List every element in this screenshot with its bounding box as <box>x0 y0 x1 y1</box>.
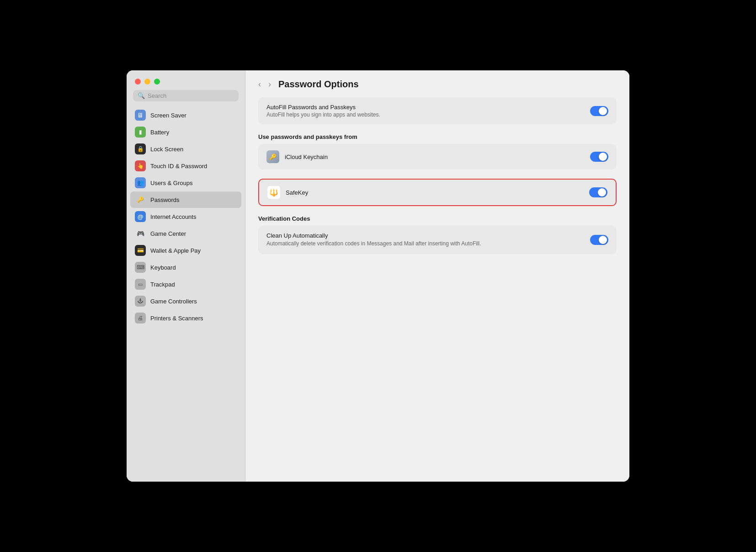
main-header: ‹ › Password Options <box>245 70 629 97</box>
safekey-card: 🔱 SafeKey <box>258 179 617 206</box>
autofill-toggle[interactable] <box>590 106 608 116</box>
game-center-icon: 🎮 <box>135 228 146 239</box>
sidebar-item-internet-accounts[interactable]: @ Internet Accounts <box>130 208 241 225</box>
trackpad-icon: ▭ <box>135 279 146 290</box>
settings-window: 🔍 Search 🖥 Screen Saver ▮ Battery 🔒 Lock… <box>127 70 629 482</box>
trackpad-label: Trackpad <box>150 281 175 288</box>
sidebar-item-screen-saver[interactable]: 🖥 Screen Saver <box>130 107 241 123</box>
main-content: AutoFill Passwords and Passkeys AutoFill… <box>245 97 629 482</box>
sources-heading: Use passwords and passkeys from <box>258 133 617 140</box>
safekey-row: 🔱 SafeKey <box>259 180 616 205</box>
autofill-card: AutoFill Passwords and Passkeys AutoFill… <box>258 97 617 124</box>
cleanup-row: Clean Up Automatically Automatically del… <box>258 226 617 254</box>
window-controls <box>127 70 245 90</box>
users-label: Users & Groups <box>150 180 192 186</box>
verification-heading: Verification Codes <box>258 215 617 222</box>
sidebar-item-game-center[interactable]: 🎮 Game Center <box>130 225 241 242</box>
cleanup-toggle[interactable] <box>590 235 608 245</box>
autofill-row: AutoFill Passwords and Passkeys AutoFill… <box>258 97 617 124</box>
sidebar-item-battery[interactable]: ▮ Battery <box>130 124 241 140</box>
maximize-button[interactable] <box>154 79 160 85</box>
printers-label: Printers & Scanners <box>150 315 203 322</box>
autofill-subtitle: AutoFill helps you sign into apps and we… <box>266 111 380 118</box>
screen-saver-icon: 🖥 <box>135 110 146 121</box>
passwords-label: Passwords <box>150 196 180 203</box>
sidebar-item-users-groups[interactable]: 👥 Users & Groups <box>130 175 241 191</box>
sidebar-item-printers[interactable]: 🖨 Printers & Scanners <box>130 310 241 326</box>
page-title: Password Options <box>278 79 359 90</box>
game-controllers-label: Game Controllers <box>150 298 197 305</box>
battery-label: Battery <box>150 129 169 136</box>
touch-id-label: Touch ID & Password <box>150 163 207 170</box>
users-icon: 👥 <box>135 177 146 188</box>
cleanup-info: Clean Up Automatically Automatically del… <box>266 232 481 248</box>
sidebar-item-lock-screen[interactable]: 🔒 Lock Screen <box>130 141 241 157</box>
back-button[interactable]: ‹ <box>256 79 263 90</box>
icloud-title: iCloud Keychain <box>285 154 328 160</box>
keyboard-label: Keyboard <box>150 264 176 271</box>
search-box[interactable]: 🔍 Search <box>133 90 239 101</box>
autofill-info: AutoFill Passwords and Passkeys AutoFill… <box>266 104 380 118</box>
internet-icon: @ <box>135 211 146 222</box>
verification-card: Clean Up Automatically Automatically del… <box>258 226 617 254</box>
cleanup-subtitle: Automatically delete verification codes … <box>266 240 481 248</box>
touch-id-icon: 👆 <box>135 160 146 171</box>
sidebar-item-game-controllers[interactable]: 🕹 Game Controllers <box>130 293 241 309</box>
passwords-icon: 🔑 <box>135 194 146 205</box>
forward-button[interactable]: › <box>266 79 273 90</box>
safekey-title: SafeKey <box>286 189 308 196</box>
safekey-info: 🔱 SafeKey <box>267 186 308 199</box>
icloud-toggle[interactable] <box>590 152 608 162</box>
sidebar: 🔍 Search 🖥 Screen Saver ▮ Battery 🔒 Lock… <box>127 70 245 482</box>
icloud-info: 🔑 iCloud Keychain <box>266 150 328 163</box>
sidebar-item-touch-id[interactable]: 👆 Touch ID & Password <box>130 158 241 174</box>
sidebar-list: 🖥 Screen Saver ▮ Battery 🔒 Lock Screen 👆… <box>127 107 245 482</box>
sidebar-item-keyboard[interactable]: ⌨ Keyboard <box>130 259 241 276</box>
printers-icon: 🖨 <box>135 313 146 324</box>
cleanup-title: Clean Up Automatically <box>266 232 481 239</box>
close-button[interactable] <box>135 79 141 85</box>
safekey-icon: 🔱 <box>267 186 280 199</box>
minimize-button[interactable] <box>144 79 150 85</box>
game-controllers-icon: 🕹 <box>135 296 146 307</box>
icloud-row: 🔑 iCloud Keychain <box>258 144 617 170</box>
lock-screen-label: Lock Screen <box>150 146 183 153</box>
search-placeholder: Search <box>148 92 166 99</box>
wallet-label: Wallet & Apple Pay <box>150 247 201 254</box>
sidebar-item-wallet[interactable]: 💳 Wallet & Apple Pay <box>130 242 241 259</box>
keyboard-icon: ⌨ <box>135 262 146 273</box>
wallet-icon: 💳 <box>135 245 146 256</box>
safekey-toggle[interactable] <box>589 187 607 197</box>
internet-accounts-label: Internet Accounts <box>150 213 196 220</box>
screen-saver-label: Screen Saver <box>150 112 186 119</box>
search-icon: 🔍 <box>138 92 145 99</box>
autofill-title: AutoFill Passwords and Passkeys <box>266 104 380 111</box>
icloud-keychain-card: 🔑 iCloud Keychain <box>258 144 617 170</box>
battery-icon: ▮ <box>135 127 146 138</box>
lock-icon: 🔒 <box>135 143 146 154</box>
game-center-label: Game Center <box>150 230 186 237</box>
sidebar-item-passwords[interactable]: 🔑 Passwords <box>130 191 241 208</box>
main-panel: ‹ › Password Options AutoFill Passwords … <box>245 70 629 482</box>
icloud-icon: 🔑 <box>266 150 279 163</box>
sidebar-item-trackpad[interactable]: ▭ Trackpad <box>130 276 241 292</box>
